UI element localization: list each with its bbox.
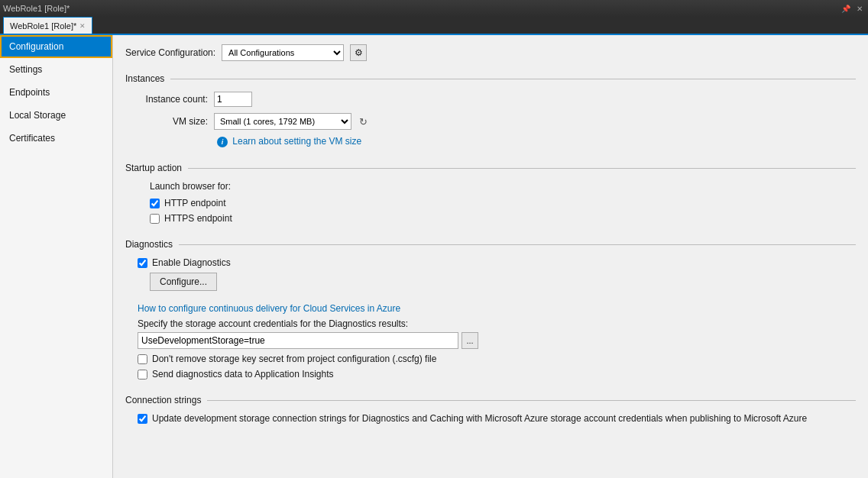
https-endpoint-checkbox[interactable] bbox=[150, 214, 160, 224]
launch-browser-label: Launch browser for: bbox=[138, 181, 231, 192]
instance-count-row: Instance count: bbox=[125, 92, 856, 107]
learn-vm-size-link[interactable]: Learn about setting the VM size bbox=[232, 136, 361, 147]
storage-input-row: ... bbox=[125, 332, 856, 349]
http-endpoint-checkbox[interactable] bbox=[150, 199, 160, 208]
dont-remove-storage-checkbox[interactable] bbox=[138, 354, 147, 364]
sidebar: Configuration Settings Endpoints Local S… bbox=[0, 35, 113, 478]
sidebar-item-configuration[interactable]: Configuration bbox=[0, 35, 112, 58]
startup-action-section-title: Startup action bbox=[125, 163, 188, 173]
learn-vm-size-row: i Learn about setting the VM size bbox=[125, 136, 856, 147]
sidebar-item-certificates[interactable]: Certificates bbox=[0, 127, 112, 150]
https-endpoint-row: HTTPS endpoint bbox=[125, 213, 856, 224]
storage-browse-button[interactable]: ... bbox=[462, 332, 478, 349]
update-connection-strings-row: Update development storage connection st… bbox=[125, 413, 856, 424]
connection-strings-section-title: Connection strings bbox=[125, 395, 207, 405]
dont-remove-storage-label: Don't remove storage key secret from pro… bbox=[152, 354, 436, 364]
configure-button[interactable]: Configure... bbox=[150, 273, 217, 291]
diagnostics-section: Diagnostics Enable Diagnostics Configure… bbox=[125, 239, 856, 379]
instance-count-input[interactable] bbox=[214, 92, 252, 107]
https-endpoint-label: HTTPS endpoint bbox=[164, 213, 232, 224]
tab-close-icon[interactable]: ✕ bbox=[79, 22, 86, 30]
close-icon[interactable]: ✕ bbox=[854, 3, 865, 14]
vm-size-row: VM size: Extra Small (1 cores, 768 MB) S… bbox=[125, 113, 856, 130]
tab-webrole1[interactable]: WebRole1 [Role]* ✕ bbox=[3, 17, 92, 34]
dont-remove-storage-row: Don't remove storage key secret from pro… bbox=[125, 354, 856, 364]
sidebar-item-certificates-label: Certificates bbox=[9, 133, 55, 144]
service-config-label: Service Configuration: bbox=[125, 47, 215, 58]
vm-size-select[interactable]: Extra Small (1 cores, 768 MB) Small (1 c… bbox=[214, 113, 351, 130]
http-endpoint-label: HTTP endpoint bbox=[164, 198, 226, 208]
send-diagnostics-label: Send diagnostics data to Application Ins… bbox=[152, 369, 334, 379]
tab-bar: WebRole1 [Role]* ✕ bbox=[0, 17, 868, 35]
service-config-row: Service Configuration: All Configuration… bbox=[125, 44, 856, 61]
enable-diagnostics-checkbox[interactable] bbox=[138, 258, 147, 268]
connection-strings-section-line bbox=[207, 400, 856, 401]
startup-action-section-line bbox=[188, 168, 856, 169]
diagnostics-section-line bbox=[179, 244, 856, 245]
main-layout: Configuration Settings Endpoints Local S… bbox=[0, 35, 868, 478]
instances-section: Instances Instance count: VM size: Extra… bbox=[125, 73, 856, 147]
diagnostics-section-title: Diagnostics bbox=[125, 239, 179, 250]
vm-size-refresh-icon[interactable]: ↻ bbox=[356, 115, 370, 128]
launch-browser-label-row: Launch browser for: bbox=[125, 181, 856, 192]
sidebar-item-configuration-label: Configuration bbox=[9, 41, 63, 52]
info-icon: i bbox=[217, 137, 228, 147]
instances-section-title: Instances bbox=[125, 73, 170, 84]
instance-count-label: Instance count: bbox=[138, 94, 214, 105]
storage-account-desc: Specify the storage account credentials … bbox=[125, 318, 856, 329]
send-diagnostics-checkbox[interactable] bbox=[138, 370, 147, 379]
title-bar: WebRole1 [Role]* 📌 ✕ bbox=[0, 0, 868, 17]
enable-diagnostics-label: Enable Diagnostics bbox=[152, 257, 231, 268]
startup-action-section-header: Startup action bbox=[125, 163, 856, 173]
send-diagnostics-row: Send diagnostics data to Application Ins… bbox=[125, 369, 856, 379]
sidebar-item-local-storage-label: Local Storage bbox=[9, 110, 66, 121]
sidebar-item-endpoints[interactable]: Endpoints bbox=[0, 81, 112, 104]
sidebar-item-settings-label: Settings bbox=[9, 64, 42, 75]
vm-size-label: VM size: bbox=[138, 116, 214, 127]
tab-label: WebRole1 [Role]* bbox=[10, 21, 76, 31]
startup-action-section: Startup action Launch browser for: HTTP … bbox=[125, 163, 856, 224]
enable-diagnostics-row: Enable Diagnostics bbox=[125, 257, 856, 268]
service-config-select[interactable]: All Configurations Cloud Local bbox=[222, 44, 344, 61]
connection-strings-section-header: Connection strings bbox=[125, 395, 856, 405]
instances-section-header: Instances bbox=[125, 73, 856, 84]
update-connection-strings-label: Update development storage connection st… bbox=[152, 413, 807, 424]
title-bar-text: WebRole1 [Role]* bbox=[3, 4, 837, 13]
instances-section-line bbox=[170, 79, 856, 79]
sidebar-item-local-storage[interactable]: Local Storage bbox=[0, 104, 112, 127]
http-endpoint-row: HTTP endpoint bbox=[125, 198, 856, 208]
pin-icon[interactable]: 📌 bbox=[840, 3, 851, 14]
storage-account-input[interactable] bbox=[138, 332, 458, 349]
update-connection-strings-checkbox[interactable] bbox=[138, 414, 147, 424]
service-config-refresh-icon[interactable]: ⚙ bbox=[350, 44, 367, 61]
sidebar-item-endpoints-label: Endpoints bbox=[9, 87, 50, 98]
continuous-delivery-link[interactable]: How to configure continuous delivery for… bbox=[138, 303, 400, 314]
diagnostics-section-header: Diagnostics bbox=[125, 239, 856, 250]
sidebar-item-settings[interactable]: Settings bbox=[0, 58, 112, 81]
content-area: Service Configuration: All Configuration… bbox=[113, 35, 868, 478]
connection-strings-section: Connection strings Update development st… bbox=[125, 395, 856, 424]
